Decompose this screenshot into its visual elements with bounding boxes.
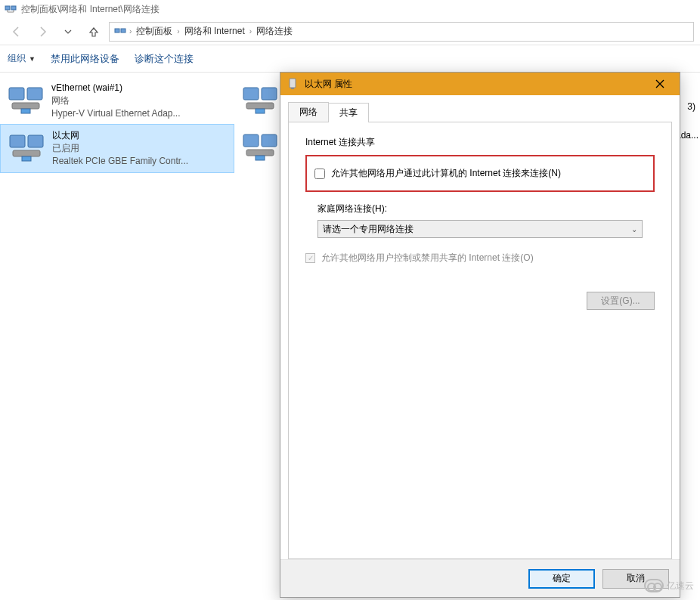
svg-rect-11 bbox=[256, 109, 265, 113]
svg-rect-15 bbox=[22, 156, 31, 161]
settings-button: 设置(G)... bbox=[587, 292, 655, 310]
home-network-label: 家庭网络连接(H): bbox=[317, 203, 655, 215]
connection-item[interactable]: 以太网 已启用 Realtek PCIe GBE Family Contr... bbox=[0, 124, 234, 172]
tab-sharing[interactable]: 共享 bbox=[328, 103, 369, 122]
svg-rect-17 bbox=[262, 135, 277, 147]
svg-rect-8 bbox=[243, 88, 259, 100]
dialog-title: 以太网 属性 bbox=[305, 78, 637, 91]
network-adapter-icon bbox=[242, 128, 278, 165]
section-title: Internet 连接共享 bbox=[305, 136, 655, 149]
chevron-down-icon: ⌄ bbox=[631, 225, 637, 234]
allow-control-label: 允许其他网络用户控制或禁用共享的 Internet 连接(O) bbox=[321, 252, 534, 264]
cloud-icon bbox=[644, 579, 664, 592]
watermark: 亿速云 bbox=[644, 579, 694, 592]
svg-rect-5 bbox=[27, 88, 42, 100]
svg-rect-1 bbox=[11, 6, 16, 10]
tab-network[interactable]: 网络 bbox=[288, 102, 329, 122]
ethernet-properties-dialog: 以太网 属性 网络 共享 Internet 连接共享 允许其他网络用户通过此计算… bbox=[280, 72, 680, 598]
allow-connection-checkbox-row[interactable]: 允许其他网络用户通过此计算机的 Internet 连接来连接(N) bbox=[314, 167, 646, 180]
close-button[interactable] bbox=[643, 73, 677, 95]
peek-text: 3) bbox=[687, 101, 695, 112]
home-network-selected-value: 请选一个专用网络连接 bbox=[323, 223, 413, 236]
svg-rect-18 bbox=[246, 150, 274, 156]
recent-locations-button[interactable] bbox=[57, 21, 79, 42]
breadcrumb-segment[interactable]: 网络和 Internet bbox=[183, 25, 246, 38]
ok-button[interactable]: 确定 bbox=[528, 569, 595, 589]
connection-adapter: Hyper-V Virtual Ethernet Adap... bbox=[51, 107, 181, 120]
svg-rect-0 bbox=[5, 6, 10, 10]
up-button[interactable] bbox=[83, 21, 104, 42]
forward-button[interactable] bbox=[32, 21, 53, 42]
sharing-tab-panel: Internet 连接共享 允许其他网络用户通过此计算机的 Internet 连… bbox=[288, 122, 672, 559]
window-titlebar: 控制面板\网络和 Internet\网络连接 bbox=[0, 0, 700, 18]
allow-control-checkbox-row: ✓ 允许其他网络用户控制或禁用共享的 Internet 连接(O) bbox=[305, 252, 655, 264]
svg-rect-20 bbox=[290, 79, 296, 88]
svg-rect-10 bbox=[246, 103, 274, 109]
breadcrumb-segment[interactable]: 网络连接 bbox=[255, 25, 294, 38]
svg-rect-3 bbox=[121, 29, 125, 32]
window-title: 控制面板\网络和 Internet\网络连接 bbox=[21, 3, 160, 16]
svg-rect-14 bbox=[13, 150, 40, 156]
network-adapter-icon bbox=[242, 82, 278, 118]
navigation-bar: › 控制面板 › 网络和 Internet › 网络连接 bbox=[0, 18, 700, 45]
network-connections-icon bbox=[114, 26, 126, 38]
connection-name: vEthernet (wai#1) bbox=[51, 82, 181, 94]
connection-status: 网络 bbox=[51, 94, 181, 107]
svg-rect-6 bbox=[12, 103, 39, 109]
back-button[interactable] bbox=[6, 21, 27, 42]
allow-connection-checkbox[interactable] bbox=[314, 169, 325, 179]
chevron-right-icon: › bbox=[177, 27, 179, 36]
svg-rect-9 bbox=[262, 88, 277, 100]
svg-rect-12 bbox=[10, 135, 25, 147]
organize-label: 组织 bbox=[8, 52, 26, 65]
dialog-footer: 确定 取消 bbox=[280, 559, 680, 597]
command-bar: 组织 ▼ 禁用此网络设备 诊断这个连接 bbox=[0, 45, 700, 73]
svg-rect-7 bbox=[21, 109, 30, 113]
svg-rect-4 bbox=[9, 88, 24, 100]
chevron-right-icon: › bbox=[129, 27, 132, 36]
svg-rect-16 bbox=[243, 135, 259, 147]
connection-status: 已启用 bbox=[52, 142, 188, 155]
adapter-icon bbox=[287, 78, 299, 90]
dialog-body: 网络 共享 Internet 连接共享 允许其他网络用户通过此计算机的 Inte… bbox=[280, 95, 680, 559]
breadcrumb-segment[interactable]: 控制面板 bbox=[135, 25, 174, 38]
allow-control-checkbox: ✓ bbox=[305, 253, 315, 263]
chevron-right-icon: › bbox=[249, 27, 252, 36]
network-adapter-icon bbox=[8, 129, 45, 165]
allow-connection-label: 允许其他网络用户通过此计算机的 Internet 连接来连接(N) bbox=[331, 167, 561, 180]
network-adapter-icon bbox=[8, 82, 44, 118]
svg-rect-21 bbox=[291, 88, 294, 89]
chevron-down-icon: ▼ bbox=[29, 55, 36, 63]
connection-name: 以太网 bbox=[52, 129, 188, 142]
app-icon bbox=[5, 3, 17, 15]
organize-menu[interactable]: 组织 ▼ bbox=[8, 52, 36, 65]
svg-rect-19 bbox=[256, 156, 265, 160]
svg-rect-2 bbox=[115, 29, 119, 32]
disable-device-button[interactable]: 禁用此网络设备 bbox=[51, 52, 119, 66]
connection-info: 以太网 已启用 Realtek PCIe GBE Family Contr... bbox=[52, 129, 188, 167]
dialog-titlebar[interactable]: 以太网 属性 bbox=[280, 73, 680, 95]
connection-item[interactable]: vEthernet (wai#1) 网络 Hyper-V Virtual Eth… bbox=[0, 77, 234, 124]
highlight-box: 允许其他网络用户通过此计算机的 Internet 连接来连接(N) bbox=[305, 155, 655, 192]
connection-info: vEthernet (wai#1) 网络 Hyper-V Virtual Eth… bbox=[51, 82, 181, 119]
connection-adapter: Realtek PCIe GBE Family Contr... bbox=[52, 155, 188, 168]
dialog-tabs: 网络 共享 bbox=[288, 103, 672, 122]
home-network-select[interactable]: 请选一个专用网络连接 ⌄ bbox=[317, 220, 643, 238]
settings-row: 设置(G)... bbox=[305, 292, 655, 310]
svg-rect-13 bbox=[28, 135, 43, 147]
watermark-text: 亿速云 bbox=[667, 580, 694, 592]
address-bar[interactable]: › 控制面板 › 网络和 Internet › 网络连接 bbox=[109, 22, 694, 42]
diagnose-connection-button[interactable]: 诊断这个连接 bbox=[135, 52, 194, 66]
